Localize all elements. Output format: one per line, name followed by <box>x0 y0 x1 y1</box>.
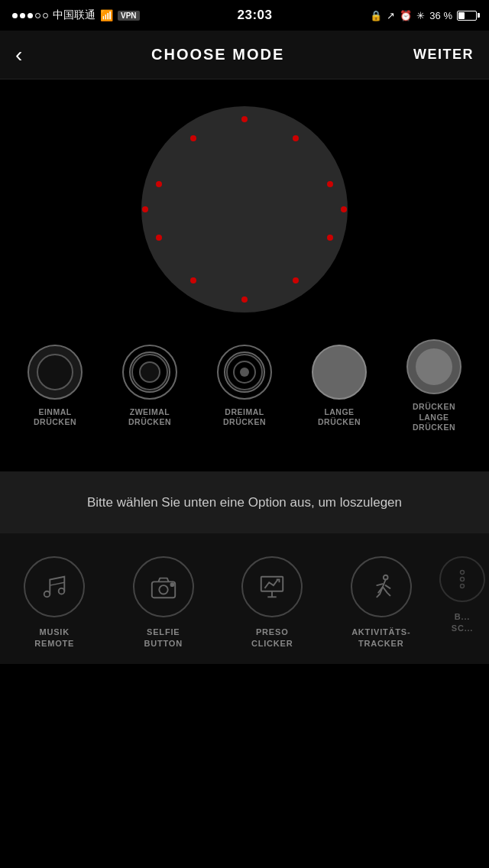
header: ‹ CHOOSE MODE WEITER <box>0 31 489 79</box>
option-musik-remote[interactable]: MUSIKREMOTE <box>0 556 109 649</box>
more-icon <box>451 568 474 591</box>
aktivitats-icon-circle[interactable] <box>351 556 412 617</box>
status-time: 23:03 <box>237 8 272 23</box>
mode-item-einmal[interactable]: EINMALDRÜCKEN <box>8 345 102 428</box>
weiter-button[interactable]: WEITER <box>413 47 474 63</box>
mode-circle-dreimal[interactable] <box>217 345 272 400</box>
svg-point-8 <box>190 277 196 283</box>
lock-icon: 🔒 <box>370 10 382 21</box>
mode-item-lange[interactable]: LANGEDRÜCKEN <box>292 345 387 428</box>
dial-svg <box>138 102 351 316</box>
vpn-badge: VPN <box>118 11 140 21</box>
more-icon-circle[interactable] <box>439 556 485 602</box>
svg-point-15 <box>170 584 173 587</box>
svg-point-4 <box>341 206 347 212</box>
mode-item-zweimal[interactable]: ZWEIMALDRÜCKEN <box>102 345 197 428</box>
svg-point-2 <box>293 135 299 141</box>
mode-circle-zweimal[interactable] <box>122 345 177 400</box>
option-label-musik: MUSIKREMOTE <box>34 627 74 649</box>
info-text: Bitte wählen Sie unten eine Option aus, … <box>31 493 458 513</box>
battery-fill <box>458 12 465 19</box>
svg-point-18 <box>461 571 465 575</box>
bluetooth-icon: ✳ <box>416 10 425 21</box>
mode-label-einmal: EINMALDRÜCKEN <box>34 407 76 428</box>
status-bar: 中国联通 📶 VPN 23:03 🔒 ↗ ⏰ ✳ 36 % <box>0 0 489 31</box>
svg-point-12 <box>190 135 196 141</box>
svg-point-5 <box>327 235 333 241</box>
mode-label-dreimal: DREIMALDRÜCKEN <box>223 407 266 428</box>
battery-percent: 36 % <box>429 10 452 21</box>
option-aktivitats-tracker[interactable]: AKTIVITÄTS-TRACKER <box>327 556 436 649</box>
selfie-icon-circle[interactable] <box>133 556 194 617</box>
page-title: CHOOSE MODE <box>151 46 284 63</box>
mode-label-druecken-lange: DRÜCKENLANGEDRÜCKEN <box>413 402 455 433</box>
main-area: EINMALDRÜCKEN ZWEIMALDRÜCKEN DREIMALDRÜC… <box>0 79 489 449</box>
svg-point-3 <box>327 181 333 187</box>
info-section: Bitte wählen Sie unten eine Option aus, … <box>0 471 489 534</box>
mode-label-lange: LANGEDRÜCKEN <box>318 407 361 428</box>
option-preso-clicker[interactable]: PRESOCLICKER <box>218 556 327 649</box>
svg-point-11 <box>156 181 162 187</box>
svg-point-19 <box>461 578 465 581</box>
status-right: 🔒 ↗ ⏰ ✳ 36 % <box>370 10 477 21</box>
svg-point-9 <box>156 235 162 241</box>
signal-dot-5 <box>43 13 48 18</box>
status-left: 中国联通 📶 VPN <box>12 8 140 22</box>
mode-circle-lange[interactable] <box>312 345 367 400</box>
mode-circle-druecken-lange[interactable] <box>406 339 461 394</box>
svg-point-7 <box>241 296 248 303</box>
option-label-selfie: SELFIEBUTTON <box>144 627 183 649</box>
option-label-more: B...SC... <box>452 611 473 633</box>
mode-item-dreimal[interactable]: DREIMALDRÜCKEN <box>197 345 292 428</box>
carrier-label: 中国联通 <box>53 8 96 22</box>
music-icon <box>40 572 69 601</box>
mode-item-druecken-lange[interactable]: DRÜCKENLANGEDRÜCKEN <box>387 339 481 433</box>
runner-icon <box>367 572 396 601</box>
signal-dot-3 <box>28 13 33 18</box>
bottom-options: MUSIKREMOTE SELFIEBUTTON PRESOCLICKER <box>0 533 489 664</box>
option-more[interactable]: B...SC... <box>436 556 489 649</box>
svg-point-10 <box>142 206 148 212</box>
option-selfie-button[interactable]: SELFIEBUTTON <box>109 556 219 649</box>
mode-label-zweimal: ZWEIMALDRÜCKEN <box>128 407 171 428</box>
musik-icon-circle[interactable] <box>24 556 85 617</box>
svg-point-20 <box>461 585 465 588</box>
signal-dot-4 <box>35 13 40 18</box>
preso-icon-circle[interactable] <box>241 556 303 617</box>
option-label-aktivitats: AKTIVITÄTS-TRACKER <box>351 627 410 649</box>
camera-icon <box>149 572 178 601</box>
signal-dot-1 <box>12 13 18 18</box>
svg-point-1 <box>241 116 248 122</box>
signal-dots <box>12 13 48 18</box>
alarm-icon: ⏰ <box>400 10 412 21</box>
presentation-icon <box>257 572 287 601</box>
mode-circle-einmal[interactable] <box>28 345 83 400</box>
wifi-icon: 📶 <box>100 9 113 21</box>
mode-selectors: EINMALDRÜCKEN ZWEIMALDRÜCKEN DREIMALDRÜC… <box>0 316 489 433</box>
svg-point-14 <box>159 586 167 594</box>
svg-point-6 <box>293 277 299 283</box>
signal-dot-2 <box>20 13 25 18</box>
svg-point-0 <box>141 106 348 313</box>
location-icon: ↗ <box>387 10 395 21</box>
dial-container <box>138 102 351 316</box>
battery-icon <box>457 11 477 21</box>
option-label-preso: PRESOCLICKER <box>251 627 293 649</box>
back-button[interactable]: ‹ <box>15 44 22 66</box>
